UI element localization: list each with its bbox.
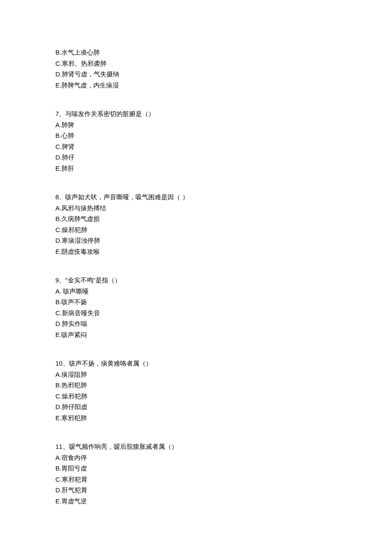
option-E: E.咳声紧闷 bbox=[55, 329, 337, 340]
option-A: A.痰湿阻肺 bbox=[55, 369, 337, 380]
option-text: 寒邪犯肺 bbox=[61, 414, 87, 421]
question-stem: 9、"金实不鸣"是指（） bbox=[55, 275, 337, 286]
option-letter: B. bbox=[55, 49, 61, 56]
option-B: B.水气上凌心肺 bbox=[55, 47, 337, 58]
option-C: C.寒邪犯胃 bbox=[55, 474, 337, 485]
option-E: E.肺脾气虚，内生痰湿 bbox=[55, 80, 337, 91]
option-letter: C. bbox=[55, 309, 62, 317]
option-A: A.宿食内停 bbox=[55, 452, 337, 463]
question-block-partial: B.水气上凌心肺 C.寒邪、热邪袭肺 D.肺肾亏虚，气失摄纳 E.肺脾气虚，内生… bbox=[55, 47, 337, 90]
option-D: D.肺仔 bbox=[55, 152, 337, 163]
option-text: 胃阳亏虚 bbox=[61, 465, 87, 472]
option-D: D.寒痰湿浊停肺 bbox=[55, 235, 337, 246]
option-text: 久病肺气虚损 bbox=[61, 215, 100, 222]
option-letter: D. bbox=[55, 70, 62, 78]
option-A: A.肺脾 bbox=[55, 119, 337, 131]
option-D: D.肝气犯胃 bbox=[55, 485, 337, 496]
option-text: 水气上凌心肺 bbox=[61, 49, 100, 56]
option-B: B.热邪犯肺 bbox=[55, 380, 337, 391]
option-E: E.阴虚疫毒攻喉 bbox=[55, 246, 337, 257]
option-C: C.燥邪犯肺 bbox=[55, 391, 337, 402]
option-E: E.寒邪犯肺 bbox=[55, 413, 337, 424]
option-text: 脾肾 bbox=[62, 143, 75, 150]
option-letter: B. bbox=[55, 215, 61, 222]
option-text: 肺肝 bbox=[61, 165, 74, 172]
question-stem: 10、咳声不扬，痰黄难咯者属（） bbox=[55, 358, 337, 369]
option-A: A.风邪与痰热搏结 bbox=[55, 203, 337, 214]
option-letter: C. bbox=[55, 143, 62, 150]
option-text: 咳声嘶哑 bbox=[63, 288, 89, 295]
option-text: 心肺 bbox=[61, 132, 74, 139]
option-text: 咳声紧闷 bbox=[61, 331, 87, 338]
option-text: 燥邪犯肺 bbox=[62, 392, 87, 400]
option-text: 寒邪犯胃 bbox=[62, 476, 87, 483]
option-text: 肺仔阳虚 bbox=[62, 403, 87, 410]
option-C: C.燥邪犯肺 bbox=[55, 224, 337, 235]
option-text: 肺肾亏虚，气失摄纳 bbox=[62, 70, 119, 78]
question-block-9: 9、"金实不鸣"是指（） A. 咳声嘶哑 B.咳声不扬 C.新病音哑失音 D.肺… bbox=[55, 275, 337, 340]
option-letter: B. bbox=[55, 381, 61, 389]
question-block-8: 8、咳声如犬吠，声音嘶哑，吸气困难是因（ ） A.风邪与痰热搏结 B.久病肺气虚… bbox=[55, 192, 337, 257]
option-B: B.胃阳亏虚 bbox=[55, 463, 337, 474]
option-text: 热邪犯肺 bbox=[61, 381, 87, 389]
option-letter: B. bbox=[55, 465, 61, 472]
option-letter: B. bbox=[55, 132, 61, 139]
option-text: 肺实作喘 bbox=[62, 320, 87, 327]
question-block-7: 7、与喘发作关系密切的脏腑是（） A.肺脾 B.心肺 C.脾肾 D.肺仔 E.肺… bbox=[55, 108, 337, 174]
option-letter: A. bbox=[55, 454, 61, 461]
option-text: 阴虚疫毒攻喉 bbox=[61, 248, 100, 255]
option-B: B.咳声不扬 bbox=[55, 296, 337, 308]
option-text: 胃虚气逆 bbox=[61, 497, 87, 505]
option-letter: C. bbox=[55, 392, 62, 400]
option-letter: A. bbox=[55, 204, 61, 212]
question-stem: 8、咳声如犬吠，声音嘶哑，吸气困难是因（ ） bbox=[55, 192, 337, 203]
question-block-10: 10、咳声不扬，痰黄难咯者属（） A.痰湿阻肺 B.热邪犯肺 C.燥邪犯肺 D.… bbox=[55, 358, 337, 423]
option-C: C.脾肾 bbox=[55, 141, 337, 152]
option-letter: D. bbox=[55, 320, 62, 327]
option-E: E.肺肝 bbox=[55, 163, 337, 174]
option-text: 肺脾 bbox=[61, 121, 74, 128]
option-D: D.肺仔阳虚 bbox=[55, 401, 337, 413]
option-letter: C. bbox=[55, 60, 62, 67]
option-letter: E. bbox=[55, 81, 61, 89]
option-E: E.胃虚气逆 bbox=[55, 496, 337, 507]
option-text: 新病音哑失音 bbox=[62, 309, 100, 317]
option-text: 风邪与痰热搏结 bbox=[61, 204, 106, 212]
option-letter: D. bbox=[55, 154, 62, 161]
option-letter: A. bbox=[55, 121, 61, 128]
option-letter: E. bbox=[55, 414, 61, 421]
option-text: 肺脾气虚，内生痰湿 bbox=[61, 81, 119, 89]
option-letter: A. bbox=[55, 288, 63, 295]
option-letter: C. bbox=[55, 226, 62, 233]
option-letter: E. bbox=[55, 497, 61, 505]
option-letter: E. bbox=[55, 331, 61, 338]
option-text: 肝气犯胃 bbox=[62, 486, 87, 494]
option-letter: D. bbox=[55, 486, 62, 494]
option-letter: B. bbox=[55, 298, 61, 305]
question-block-11: 11、嗳气频作响亮，嗳后脘腹胀减者属（） A.宿食内停 B.胃阳亏虚 C.寒邪犯… bbox=[55, 441, 337, 506]
option-letter: C. bbox=[55, 476, 62, 483]
option-text: 肺仔 bbox=[62, 154, 75, 161]
option-letter: E. bbox=[55, 165, 61, 172]
option-text: 宿食内停 bbox=[61, 454, 87, 461]
question-stem: 7、与喘发作关系密切的脏腑是（） bbox=[55, 108, 337, 119]
option-letter: E. bbox=[55, 248, 61, 255]
option-C: C.新病音哑失音 bbox=[55, 308, 337, 319]
option-text: 燥邪犯肺 bbox=[62, 226, 87, 233]
question-stem: 11、嗳气频作响亮，嗳后脘腹胀减者属（） bbox=[55, 441, 337, 452]
option-letter: D. bbox=[55, 237, 62, 244]
option-text: 咳声不扬 bbox=[61, 298, 87, 305]
option-text: 痰湿阻肺 bbox=[61, 371, 87, 378]
option-C: C.寒邪、热邪袭肺 bbox=[55, 58, 337, 69]
option-letter: A. bbox=[55, 371, 61, 378]
option-text: 寒邪、热邪袭肺 bbox=[62, 60, 107, 67]
option-letter: D. bbox=[55, 403, 62, 410]
option-D: D.肺肾亏虚，气失摄纳 bbox=[55, 69, 337, 80]
option-B: B.久病肺气虚损 bbox=[55, 213, 337, 224]
option-D: D.肺实作喘 bbox=[55, 318, 337, 329]
option-text: 寒痰湿浊停肺 bbox=[62, 237, 100, 244]
option-A: A. 咳声嘶哑 bbox=[55, 286, 337, 297]
option-B: B.心肺 bbox=[55, 130, 337, 141]
